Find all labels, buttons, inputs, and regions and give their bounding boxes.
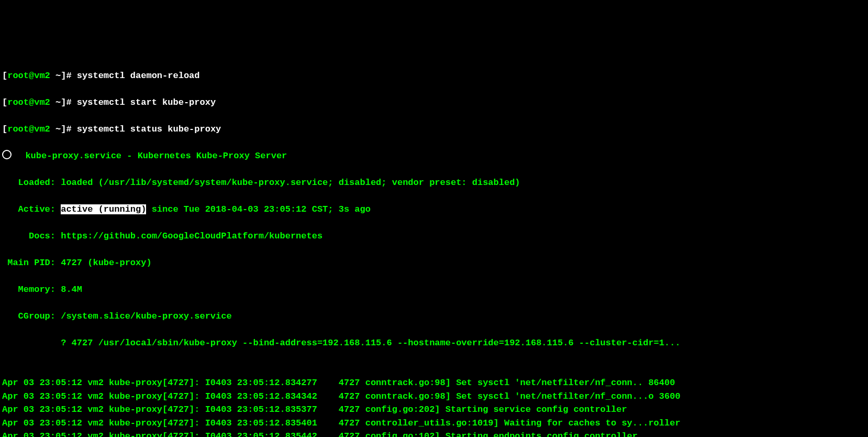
prompt-line-2: [root@vm2 ~]# systemctl start kube-proxy xyxy=(2,96,866,110)
memory-line: Memory: 8.4M xyxy=(2,283,866,297)
active-line: Active: active (running) since Tue 2018-… xyxy=(2,203,866,216)
cgroup-child-line: ? 4727 /usr/local/sbin/kube-proxy --bind… xyxy=(2,336,866,350)
terminal-output[interactable]: [root@vm2 ~]# systemctl daemon-reload [r… xyxy=(2,56,866,437)
docs-line: Docs: https://github.com/GoogleCloudPlat… xyxy=(2,230,866,243)
main-pid-line: Main PID: 4727 (kube-proxy) xyxy=(2,256,866,270)
prompt-line-3: [root@vm2 ~]# systemctl status kube-prox… xyxy=(2,123,866,136)
loaded-line: Loaded: loaded (/usr/lib/systemd/system/… xyxy=(2,176,866,190)
log-lines: Apr 03 23:05:12 vm2 kube-proxy[4727]: I0… xyxy=(2,376,866,437)
log-line: Apr 03 23:05:12 vm2 kube-proxy[4727]: I0… xyxy=(2,390,866,403)
log-line: Apr 03 23:05:12 vm2 kube-proxy[4727]: I0… xyxy=(2,403,866,417)
active-status-highlight: active (running) xyxy=(61,204,146,214)
cgroup-line: CGroup: /system.slice/kube-proxy.service xyxy=(2,310,866,323)
log-line: Apr 03 23:05:12 vm2 kube-proxy[4727]: I0… xyxy=(2,376,866,390)
log-line: Apr 03 23:05:12 vm2 kube-proxy[4727]: I0… xyxy=(2,417,866,430)
service-title-line: kube-proxy.service - Kubernetes Kube-Pro… xyxy=(2,149,866,163)
status-bullet-icon xyxy=(2,150,12,159)
prompt-line-1: [root@vm2 ~]# systemctl daemon-reload xyxy=(2,69,866,83)
log-line: Apr 03 23:05:12 vm2 kube-proxy[4727]: I0… xyxy=(2,430,866,437)
